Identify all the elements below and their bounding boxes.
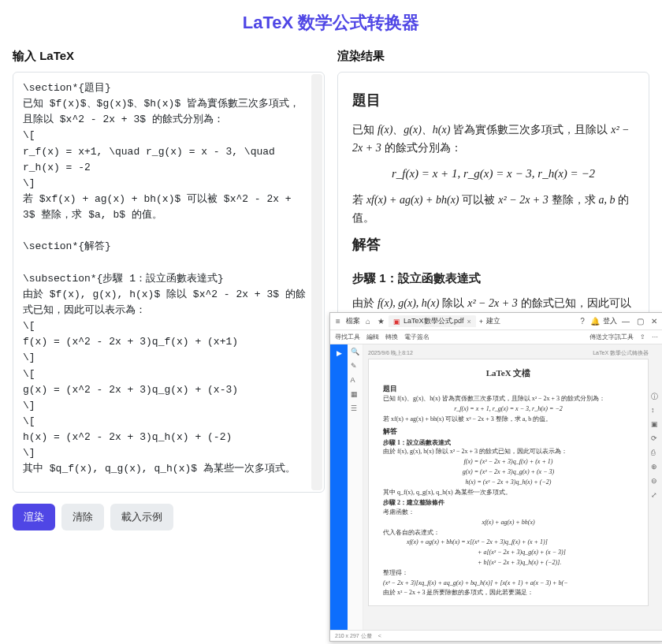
math-inline: xf(x) + ag(x) + bh(x) [366, 194, 459, 206]
pdf-page-meta: 2025/9/6 晚上8:12 LaTeX 數學公式轉換器 [368, 349, 649, 357]
bell-icon[interactable]: 🔔 [590, 317, 600, 326]
pdf-brand: LaTeX 數學公式轉換器 [593, 349, 649, 357]
pdf-text: 由於 x² − 2x + 3 是所要除數的多項式，因此若要滿足： [383, 589, 634, 597]
menu-item[interactable]: 電子簽名 [404, 333, 430, 341]
pdf-text: 由於 f(x), g(x), h(x) 除以 x² − 2x + 3 的餘式已知… [383, 448, 634, 456]
help-icon[interactable]: ? [578, 317, 587, 326]
page-dimensions: 210 x 297 公釐 [335, 632, 372, 640]
pdf-tool-sidebar: ▶ [330, 344, 348, 630]
pdf-titlebar: ≡ 檔案 ⌂ ★ ▣ LaTeX數學公式.pdf × + 建立 ? 🔔 登入 —… [330, 313, 662, 330]
menu-icon[interactable]: ≡ [333, 317, 343, 326]
section-heading: 題目 [352, 88, 634, 113]
zoom-in-icon[interactable]: ⊕ [651, 463, 660, 472]
maximize-icon[interactable]: ▢ [634, 316, 645, 327]
output-header: 渲染结果 [337, 49, 649, 64]
pdf-math: xf(x) + ag(x) + bh(x) = x[(x² − 2x + 3)q… [383, 538, 634, 547]
print-icon[interactable]: ⎙ [651, 449, 660, 458]
pdf-subsection: 步驟 2：建立整除條件 [383, 499, 634, 508]
menu-item[interactable]: 轉換 [385, 333, 398, 341]
math-inline: a, b [599, 194, 616, 206]
pdf-math: h(x) = (x² − 2x + 3)q_h(x) + (−2) [383, 478, 634, 487]
toolbar-label: 傳送文字訊工具 [589, 333, 634, 341]
acrobat-icon: ▣ [393, 318, 400, 326]
menu-item[interactable]: 尋找工具 [335, 333, 360, 341]
math-inline: f(x), g(x), h(x) [377, 297, 440, 309]
pdf-doc-title: LaTeX 文檔 [383, 367, 634, 379]
problem-text: 已知 f(x)、g(x)、h(x) 皆為實係數三次多項式，且除以 x² − 2x… [352, 121, 634, 158]
star-icon[interactable]: ★ [376, 317, 385, 326]
login-button[interactable]: 登入 [603, 316, 617, 326]
menu-file[interactable]: 檔案 [346, 316, 360, 326]
pdf-status-bar: 210 x 297 公釐 < [330, 630, 662, 641]
pdf-subsection: 步驟 1：設立函數表達式 [383, 439, 634, 448]
text-icon[interactable]: A [351, 376, 360, 385]
button-row: 渲染 清除 載入示例 [13, 504, 325, 530]
zoom-out-icon[interactable]: ⊖ [651, 477, 660, 486]
input-header: 输入 LaTeX [13, 49, 325, 64]
share-icon[interactable]: ⇪ [640, 333, 645, 341]
pdf-page-area[interactable]: 2025/9/6 晚上8:12 LaTeX 數學公式轉換器 LaTeX 文檔 題… [363, 344, 662, 630]
pdf-tab-name: LaTeX數學公式.pdf [404, 316, 464, 326]
more-icon[interactable]: ⋯ [652, 333, 658, 341]
pdf-math: g(x) = (x² − 2x + 3)q_g(x) + (x − 3) [383, 468, 634, 477]
pdf-math: r_f(x) = x + 1, r_g(x) = x − 3, r_h(x) =… [383, 405, 634, 414]
pdf-section: 解答 [383, 426, 634, 436]
page-nav-icon[interactable]: ↕ [651, 406, 660, 415]
home-icon[interactable]: ⌂ [363, 317, 373, 326]
fit-icon[interactable]: ⤢ [651, 491, 660, 501]
pdf-nav-strip: 🔍 ✎ A ▦ ☰ [348, 344, 363, 630]
latex-textarea[interactable] [13, 73, 324, 489]
close-icon[interactable]: ✕ [649, 316, 660, 327]
pdf-text: 整理得： [383, 569, 634, 578]
clear-button[interactable]: 清除 [61, 504, 104, 530]
page-up-icon[interactable]: ⓘ [651, 392, 660, 401]
load-example-button[interactable]: 載入示例 [110, 504, 173, 530]
math-inline: x² − 2x + 3 [467, 297, 518, 309]
pdf-math: (x² − 2x + 3)[xq_f(x) + aq_g(x) + bq_h(x… [383, 579, 634, 588]
problem-text: 若 xf(x) + ag(x) + bh(x) 可以被 x² − 2x + 3 … [352, 191, 634, 229]
layers-icon[interactable]: ▣ [651, 420, 660, 430]
pdf-text: 考慮函數： [383, 508, 634, 517]
pdf-page: LaTeX 文檔 題目 已知 f(x)、g(x)、h(x) 皆為實係數三次多項式… [368, 359, 649, 606]
pdf-tab[interactable]: ▣ LaTeX數學公式.pdf × [389, 315, 476, 327]
pdf-math: xf(x) + ag(x) + bh(x) [383, 519, 634, 527]
render-button[interactable]: 渲染 [13, 504, 55, 530]
section-heading: 解答 [352, 233, 634, 257]
app-title: LaTeX 数学公式转换器 [0, 0, 662, 49]
cursor-icon[interactable]: ▶ [333, 348, 344, 359]
input-box [13, 72, 325, 493]
math-display: r_f(x) = x + 1, r_g(x) = x − 3, r_h(x) =… [352, 164, 634, 184]
math-inline: x² − 2x + 3 [498, 194, 549, 206]
subsection-heading: 步驟 1：設立函數表達式 [352, 268, 634, 288]
pdf-text: 其中 q_f(x), q_g(x), q_h(x) 為某些一次多項式。 [383, 489, 634, 497]
pdf-section: 題目 [383, 384, 634, 393]
collapse-icon[interactable]: < [378, 633, 381, 638]
pdf-text: 已知 f(x)、g(x)、h(x) 皆為實係數三次多項式，且除以 x² − 2x… [383, 395, 634, 404]
pdf-right-tools: ⓘ ↕ ▣ ⟳ ⎙ ⊕ ⊖ ⤢ [650, 392, 661, 501]
minimize-icon[interactable]: — [620, 316, 631, 327]
input-panel: 输入 LaTeX 渲染 清除 載入示例 [13, 49, 325, 631]
bookmark-icon[interactable]: ☰ [351, 404, 360, 414]
pdf-date: 2025/9/6 晚上8:12 [368, 349, 413, 357]
pdf-text: 代入各自的表達式： [383, 529, 634, 538]
search-icon[interactable]: 🔍 [351, 348, 360, 357]
comment-icon[interactable]: ✎ [351, 362, 360, 371]
menu-item[interactable]: 編輯 [366, 333, 379, 341]
rotate-icon[interactable]: ⟳ [651, 434, 660, 444]
pdf-menubar: 尋找工具 編輯 轉換 電子簽名 傳送文字訊工具 ⇪ ⋯ [330, 330, 662, 344]
create-button[interactable]: 建立 [486, 316, 500, 326]
pdf-body: ▶ 🔍 ✎ A ▦ ☰ 2025/9/6 晚上8:12 LaTeX 數學公式轉換… [330, 344, 662, 630]
close-tab-icon[interactable]: × [467, 318, 471, 326]
pdf-text: 若 xf(x) + ag(x) + bh(x) 可以被 x² − 2x + 3 … [383, 415, 634, 424]
math-inline: f(x)、g(x)、h(x) [377, 124, 451, 136]
pdf-math: + b[(x² − 2x + 3)q_h(x) + (−2)]. [383, 559, 634, 568]
pdf-math: f(x) = (x² − 2x + 3)q_f(x) + (x + 1) [383, 458, 634, 467]
pdf-math: + a[(x² − 2x + 3)q_g(x) + (x − 3)] [383, 549, 634, 557]
thumbnails-icon[interactable]: ▦ [351, 390, 360, 400]
new-tab-button[interactable]: + [479, 318, 483, 326]
pdf-viewer-window: ≡ 檔案 ⌂ ★ ▣ LaTeX數學公式.pdf × + 建立 ? 🔔 登入 —… [329, 312, 662, 642]
